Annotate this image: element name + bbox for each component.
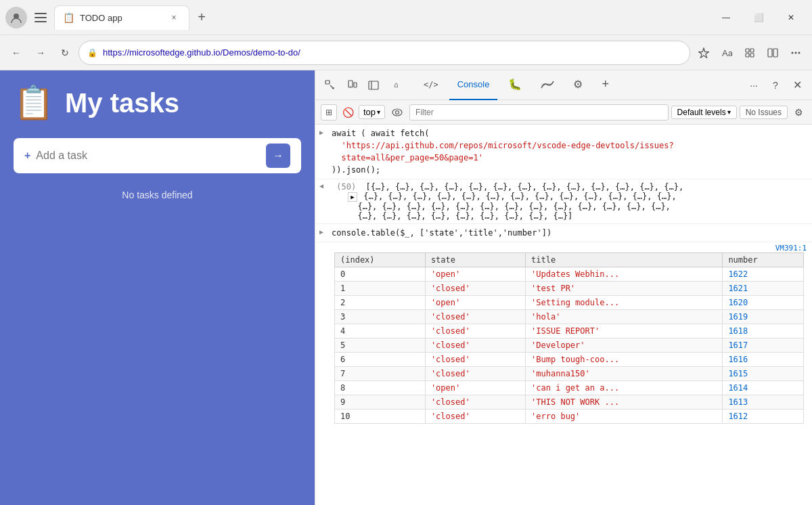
cell-index: 6 <box>335 353 426 367</box>
table-row: 4 'closed' 'ISSUE REPORT' 1618 <box>335 324 804 338</box>
split-screen-button[interactable] <box>762 42 784 64</box>
devtools-tab-network[interactable] <box>533 70 562 100</box>
refresh-button[interactable]: ↻ <box>54 42 76 64</box>
cell-index: 7 <box>335 367 426 381</box>
col-header-index: (index) <box>335 253 426 267</box>
address-bar: ← → ↻ 🔒 https://microsoftedge.github.io/… <box>0 35 812 70</box>
devtools-panel: ⌂ </> Console 🐛 ⚙ + ··· ? ✕ ⊞ <box>315 70 812 505</box>
add-task-button[interactable]: → <box>266 144 290 168</box>
console-result-array: ◀ (50) [{…}, {…}, {…}, {…}, {…}, {…}, {…… <box>315 179 812 224</box>
cell-index: 10 <box>335 410 426 424</box>
command2-arrow[interactable]: ▶ <box>319 227 323 237</box>
top-context-arrow: ▾ <box>377 108 380 116</box>
result-expand-button[interactable]: ▶ <box>348 192 357 202</box>
table-row: 2 'open' 'Setting module... 1620 <box>335 296 804 310</box>
console-command-table: ▶ console.table($_, ['state','title','nu… <box>315 224 812 242</box>
tab-todo-app[interactable]: 📋 TODO app × <box>54 5 189 30</box>
console-clear-button[interactable]: 🚫 <box>340 104 356 120</box>
address-field[interactable]: 🔒 https://microsoftedge.github.io/Demos/… <box>78 41 690 65</box>
top-context-selector[interactable]: top ▾ <box>359 105 385 119</box>
cell-number: 1612 <box>723 410 804 424</box>
console-output[interactable]: ▶ await ( await fetch( 'https://api.gith… <box>315 125 812 505</box>
maximize-button[interactable]: ⬜ <box>743 7 774 28</box>
favorites-button[interactable] <box>693 42 715 64</box>
cell-index: 3 <box>335 310 426 324</box>
command-text: await ( await fetch( 'https://api.github… <box>332 129 674 175</box>
devtools-help-button[interactable]: ? <box>766 76 785 95</box>
command-arrow[interactable]: ▶ <box>319 127 323 137</box>
cell-state: 'closed' <box>425 367 525 381</box>
cell-state: 'closed' <box>425 310 525 324</box>
new-tab-button[interactable]: + <box>191 7 212 28</box>
cell-state: 'open' <box>425 381 525 395</box>
cell-title: 'muhanna150' <box>526 367 723 381</box>
cell-state: 'open' <box>425 296 525 310</box>
forward-button[interactable]: → <box>30 42 51 64</box>
console-command-fetch: ▶ await ( await fetch( 'https://api.gith… <box>315 125 812 179</box>
devtools-tab-sources[interactable]: </> <box>415 70 447 100</box>
devtools-device-button[interactable] <box>342 76 361 95</box>
main-content: 📋 My tasks + → No tasks defined <box>0 70 812 505</box>
back-button[interactable]: ← <box>5 42 27 64</box>
read-aloud-button[interactable]: Aa <box>716 42 738 64</box>
add-task-plus-icon: + <box>24 150 30 162</box>
cell-number: 1620 <box>723 296 804 310</box>
devtools-close-button[interactable]: ✕ <box>788 76 807 95</box>
table-row: 3 'closed' 'hola' 1619 <box>335 310 804 324</box>
tab-bar: 📋 TODO app × + <box>54 5 708 30</box>
minimize-button[interactable]: — <box>710 7 742 28</box>
cell-number: 1618 <box>723 324 804 338</box>
devtools-tab-settings[interactable]: ⚙ <box>565 70 591 100</box>
cell-index: 0 <box>335 267 426 282</box>
cell-state: 'closed' <box>425 282 525 296</box>
table-row: 6 'closed' 'Bump tough-coo... 1616 <box>335 353 804 367</box>
window-controls: — ⬜ ✕ <box>710 7 807 28</box>
devtools-sidebar-button[interactable] <box>364 76 383 95</box>
cell-title: 'Updates Webhin... <box>526 267 723 282</box>
url-text: https://microsoftedge.github.io/Demos/de… <box>103 47 681 58</box>
svg-rect-1 <box>35 13 47 14</box>
devtools-tab-console[interactable]: Console <box>449 70 498 100</box>
result-objects-line1: [{…}, {…}, {…}, {…}, {…}, {…}, {…}, {…},… <box>366 182 684 192</box>
cell-index: 4 <box>335 324 426 338</box>
svg-rect-6 <box>750 49 754 52</box>
profile-button[interactable] <box>5 7 27 28</box>
tab-favicon: 📋 <box>63 12 74 23</box>
tab-close-button[interactable]: × <box>167 11 181 24</box>
collections-button[interactable] <box>739 42 761 64</box>
sidebar-toggle-button[interactable] <box>30 7 51 28</box>
devtools-tab-add[interactable]: + <box>593 70 617 100</box>
more-tools-button[interactable] <box>785 42 807 64</box>
cell-title: 'erro bug' <box>526 410 723 424</box>
devtools-more-button[interactable]: ··· <box>744 76 763 95</box>
result-objects-line2: {…}, {…}, {…}, {…}, {…}, {…}, {…}, {…}, … <box>363 192 676 201</box>
table-row: 10 'closed' 'erro bug' 1612 <box>335 410 804 424</box>
result-expand-arrow-container: ▶ {…}, {…}, {…}, {…}, {…}, {…}, {…}, {…}… <box>332 192 807 202</box>
vm-link[interactable]: VM391:1 <box>775 244 807 252</box>
cell-state: 'closed' <box>425 338 525 353</box>
svg-rect-9 <box>768 49 772 57</box>
console-filter-input[interactable] <box>409 104 669 120</box>
svg-point-21 <box>392 109 402 116</box>
eye-button[interactable] <box>388 103 407 122</box>
svg-rect-8 <box>750 53 754 57</box>
devtools-inspect-button[interactable] <box>321 76 340 95</box>
devtools-tab-bugs[interactable]: 🐛 <box>500 70 530 100</box>
no-issues-button[interactable]: No Issues <box>740 106 788 119</box>
add-task-input[interactable] <box>36 150 261 162</box>
cell-title: 'ISSUE REPORT' <box>526 324 723 338</box>
col-header-state: state <box>425 253 525 267</box>
console-expand-button[interactable]: ⊞ <box>321 104 337 120</box>
top-context-label: top <box>363 107 376 117</box>
cell-state: 'closed' <box>425 324 525 338</box>
console-settings-button[interactable]: ⚙ <box>790 104 807 120</box>
cell-number: 1617 <box>723 338 804 353</box>
cell-number: 1616 <box>723 353 804 367</box>
svg-rect-7 <box>746 53 749 57</box>
cell-state: 'closed' <box>425 395 525 410</box>
close-button[interactable]: ✕ <box>775 7 807 28</box>
title-bar: 📋 TODO app × + — ⬜ ✕ <box>0 0 812 35</box>
svg-point-13 <box>798 51 800 53</box>
default-levels-button[interactable]: Default levels ▾ <box>671 106 737 119</box>
devtools-tab-elements[interactable]: ⌂ <box>386 70 413 100</box>
